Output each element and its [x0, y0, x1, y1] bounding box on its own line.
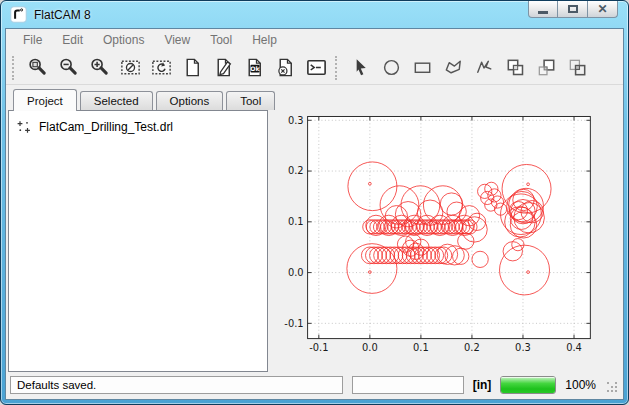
accept-ok-button[interactable]: Ok: [239, 53, 270, 82]
new-project-button[interactable]: [177, 53, 208, 82]
clear-plot-button[interactable]: [115, 53, 146, 82]
menu-item-tool[interactable]: Tool: [200, 30, 242, 50]
close-icon: ✕: [597, 3, 607, 15]
zoom-out-icon: [57, 56, 80, 79]
window-title: FlatCAM 8: [34, 8, 91, 22]
minimize-button[interactable]: [528, 1, 558, 18]
status-bar: Defaults saved. [in] 100%: [6, 372, 623, 399]
svg-text:0.2: 0.2: [464, 342, 480, 353]
shape-subtract-icon: [535, 56, 558, 79]
maximize-button[interactable]: [558, 1, 588, 18]
replot-icon: [150, 56, 173, 79]
zoom-out-button[interactable]: [53, 53, 84, 82]
pointer-select-icon: [349, 56, 372, 79]
shape-union-button[interactable]: [500, 53, 531, 82]
drill-file-icon: [16, 119, 32, 135]
units-label: [in]: [473, 378, 492, 392]
tab-bar: ProjectSelectedOptionsTool: [8, 87, 268, 110]
shell-icon: [305, 56, 328, 79]
accept-ok-icon: Ok: [243, 56, 266, 79]
open-project-icon: [212, 56, 235, 79]
zoom-in-icon: [88, 56, 111, 79]
maximize-icon: [568, 5, 578, 13]
zoom-in-button[interactable]: [84, 53, 115, 82]
menu-item-view[interactable]: View: [154, 30, 200, 50]
draw-polygon-button[interactable]: [438, 53, 469, 82]
zoom-fit-icon: [26, 56, 49, 79]
menu-item-edit[interactable]: Edit: [52, 30, 93, 50]
zoom-fit-button[interactable]: [22, 53, 53, 82]
svg-text:Ok: Ok: [250, 65, 260, 72]
close-button[interactable]: ✕: [588, 1, 618, 18]
tree-item-label: FlatCam_Drilling_Test.drl: [39, 120, 173, 134]
draw-polygon-icon: [442, 56, 465, 79]
title-bar[interactable]: FlatCAM 8 ✕: [1, 1, 628, 28]
svg-text:-0.1: -0.1: [284, 318, 303, 329]
tab-options[interactable]: Options: [156, 91, 224, 110]
new-project-icon: [181, 56, 204, 79]
draw-rectangle-icon: [411, 56, 434, 79]
app-window: FlatCAM 8 ✕ FileEditOptionsViewToolHelp …: [0, 0, 629, 405]
open-project-button[interactable]: [208, 53, 239, 82]
toolbar-zoom-file-group: Ok: [22, 53, 332, 82]
app-icon: [10, 6, 27, 23]
cancel-button[interactable]: [270, 53, 301, 82]
svg-text:0.1: 0.1: [413, 342, 429, 353]
clear-plot-icon: [119, 56, 142, 79]
menu-item-file[interactable]: File: [13, 30, 52, 50]
window-controls: ✕: [528, 1, 618, 18]
tab-project[interactable]: Project: [13, 89, 77, 111]
plot-panel: -0.10.00.10.20.30.4-0.10.00.10.20.3: [272, 87, 621, 372]
replot-button[interactable]: [146, 53, 177, 82]
plot-canvas[interactable]: -0.10.00.10.20.30.4-0.10.00.10.20.3: [272, 87, 621, 372]
svg-text:0.0: 0.0: [288, 267, 304, 278]
progress-bar: [500, 376, 556, 394]
svg-text:0.3: 0.3: [288, 115, 304, 126]
tab-selected[interactable]: Selected: [80, 91, 153, 110]
pointer-select-button[interactable]: [345, 53, 376, 82]
cancel-icon: [274, 56, 297, 79]
progress-fill: [501, 377, 555, 393]
draw-polyline-icon: [473, 56, 496, 79]
tab-tool[interactable]: Tool: [226, 91, 275, 110]
shape-intersect-button[interactable]: [562, 53, 593, 82]
draw-circle-icon: [380, 56, 403, 79]
shape-union-icon: [504, 56, 527, 79]
draw-rectangle-button[interactable]: [407, 53, 438, 82]
minimize-icon: [538, 11, 548, 14]
status-aux-box: [352, 376, 464, 394]
tree-item[interactable]: FlatCam_Drilling_Test.drl: [9, 111, 267, 139]
left-column: ProjectSelectedOptionsTool FlatCam_Drill…: [8, 87, 268, 372]
svg-text:-0.1: -0.1: [309, 342, 328, 353]
toolbar: Ok: [6, 51, 623, 85]
svg-text:0.3: 0.3: [515, 342, 531, 353]
draw-circle-button[interactable]: [376, 53, 407, 82]
shape-subtract-button[interactable]: [531, 53, 562, 82]
menu-bar: FileEditOptionsViewToolHelp: [6, 29, 623, 51]
svg-text:0.4: 0.4: [566, 342, 582, 353]
main-area: ProjectSelectedOptionsTool FlatCam_Drill…: [6, 85, 623, 372]
draw-polyline-button[interactable]: [469, 53, 500, 82]
toolbar-draw-group: [345, 53, 593, 82]
toolbar-grip[interactable]: [12, 56, 17, 80]
menu-item-help[interactable]: Help: [242, 30, 287, 50]
progress-percent-label: 100%: [565, 378, 596, 392]
shape-intersect-icon: [566, 56, 589, 79]
resize-grip[interactable]: [607, 382, 619, 394]
client-area: FileEditOptionsViewToolHelp Ok ProjectSe…: [5, 28, 624, 400]
svg-text:0.1: 0.1: [288, 216, 304, 227]
toolbar-grip-2[interactable]: [335, 56, 340, 80]
svg-text:0.2: 0.2: [288, 166, 304, 177]
status-message: Defaults saved.: [10, 376, 343, 394]
menu-item-options[interactable]: Options: [93, 30, 154, 50]
svg-text:0.0: 0.0: [362, 342, 378, 353]
shell-button[interactable]: [301, 53, 332, 82]
project-tree-panel[interactable]: FlatCam_Drilling_Test.drl: [8, 110, 268, 372]
